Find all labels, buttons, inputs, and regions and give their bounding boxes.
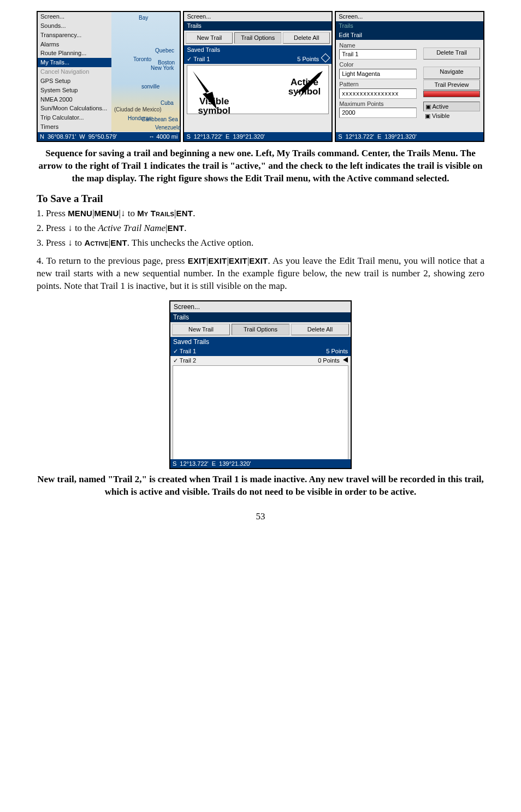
map-label: New York — [151, 64, 174, 72]
status-lon: 139°21.320' — [384, 133, 417, 141]
visible-checkbox[interactable]: ▣ Visible — [423, 111, 480, 121]
tabs-row: New Trail Trail Options Delete All — [170, 322, 351, 337]
trail-row[interactable]: ✓ Trail 20 Points — [170, 356, 351, 365]
status-lat: 12°13.722' — [194, 133, 222, 141]
status-bar: N 36°08.971' W 95°50.579' ↔ 4000 mi — [38, 132, 180, 141]
panel-center-trails: Screen... Trails New Trail Trail Options… — [183, 11, 333, 142]
preview-swatch — [423, 91, 480, 97]
trail-row[interactable]: ✓ Trail 15 Points — [170, 347, 351, 356]
trail-name: Trail 1 — [180, 348, 196, 354]
status-lat: 12°13.722' — [346, 133, 374, 141]
new-trail-button[interactable]: New Trail — [172, 324, 230, 335]
title-bar: Trails — [336, 21, 483, 31]
menu-item[interactable]: Cancel Navigation — [38, 67, 111, 76]
map-label: Caribbean Sea — [141, 116, 178, 123]
status-zoom: ↔ 4000 mi — [149, 133, 177, 141]
trail-preview-button[interactable]: Trail Preview — [423, 80, 480, 90]
new-trail-button[interactable]: New Trail — [186, 32, 233, 44]
menu-item[interactable]: Alarms — [38, 40, 111, 49]
color-select[interactable]: Light Magenta — [339, 69, 417, 79]
status-s: S — [338, 133, 342, 141]
trail-rows: ✓ Trail 15 Points✓ Trail 20 Points — [170, 347, 351, 365]
visible-check-icon: ✓ — [173, 348, 178, 354]
figure-2-wrap: Screen... Trails New Trail Trail Options… — [37, 300, 484, 469]
active-checkbox-label: Active — [432, 103, 448, 110]
delete-trail-button[interactable]: Delete Trail — [423, 48, 480, 60]
caption-2: New trail, named "Trail 2," is created w… — [37, 473, 484, 499]
status-lon: 139°21.320' — [233, 133, 265, 141]
visible-checkbox-label: Visible — [432, 112, 449, 119]
trail-points: 0 Points — [318, 357, 340, 364]
map-label: (Ciudad de Mexico) — [114, 106, 162, 114]
status-lon: 139°21.320' — [219, 460, 251, 468]
status-n: N — [40, 133, 44, 141]
trail-row[interactable]: ✓ Trail 1 5 Points — [184, 54, 331, 64]
status-lon: 95°50.579' — [88, 133, 117, 141]
visible-check-icon: ✓ — [187, 56, 192, 62]
menu-item[interactable]: Screen... — [38, 12, 111, 21]
menu-item[interactable]: System Setup — [38, 86, 111, 95]
step-1: 1. Press MENU|MENU|↓ to My Trails|ENT. — [37, 208, 484, 220]
name-field[interactable]: Trail 1 — [339, 49, 417, 60]
page-number: 53 — [37, 511, 484, 523]
menu-item[interactable]: Transparency... — [38, 31, 111, 40]
menu-item[interactable]: NMEA 2000 — [38, 95, 111, 104]
pattern-field[interactable]: xxxxxxxxxxxxxxxx — [339, 88, 417, 99]
edit-trail-header: Edit Trail — [336, 31, 483, 40]
saved-trails-header: Saved Trails — [184, 45, 331, 55]
active-diamond-icon — [321, 54, 330, 63]
map-label: Quebec — [155, 47, 174, 55]
delete-all-button[interactable]: Delete All — [291, 324, 349, 335]
panel-right-edit-trail: Screen... Trails Edit Trail Name Trail 1… — [335, 11, 484, 142]
status-bar: S 12°13.722' E 139°21.320' — [336, 132, 483, 141]
active-checkbox[interactable]: ▣ Active — [423, 102, 480, 112]
paragraph-4: 4. To return to the previous page, press… — [37, 255, 484, 293]
active-arrow-icon — [343, 357, 348, 363]
status-s: S — [173, 460, 176, 468]
trail-name: Trail 1 — [193, 56, 210, 62]
section-heading: To Save a Trail — [37, 192, 484, 206]
active-callout: Active symbol — [288, 78, 321, 96]
max-points-label: Maximum Points — [336, 99, 420, 108]
menu-item[interactable]: Timers — [38, 122, 111, 132]
figure-1-row: Screen...Sounds...Transparency...AlarmsR… — [37, 11, 484, 142]
title-bar: Trails — [184, 21, 331, 31]
color-label: Color — [336, 60, 420, 69]
menu-item[interactable]: Sounds... — [38, 21, 111, 31]
screen-header: Screen... — [170, 301, 351, 312]
status-e: E — [212, 460, 216, 468]
trail-points: 5 Points — [297, 56, 319, 62]
menu-item[interactable]: Route Planning... — [38, 49, 111, 58]
menu-item[interactable]: Sun/Moon Calculations... — [38, 104, 111, 113]
tabs-row: New Trail Trail Options Delete All — [184, 31, 331, 45]
visible-callout: Visible symbol — [198, 97, 230, 115]
panel-trails-2: Screen... Trails New Trail Trail Options… — [169, 300, 352, 469]
max-points-field[interactable]: 2000 — [339, 108, 417, 118]
status-bar: S 12°13.722' E 139°21.320' — [184, 132, 331, 141]
status-lat: 36°08.971' — [48, 133, 76, 141]
menu-item[interactable]: My Trails... — [38, 58, 111, 67]
screen-header: Screen... — [336, 12, 483, 21]
status-w: W — [79, 133, 85, 141]
menu-item[interactable]: GPS Setup — [38, 76, 111, 86]
trail-points: 5 Points — [326, 348, 348, 354]
name-label: Name — [336, 41, 420, 50]
menu-item[interactable]: Trip Calculator... — [38, 113, 111, 122]
map-label: Venezuela — [155, 124, 181, 132]
trail-name: Trail 2 — [180, 357, 196, 364]
visible-check-icon: ✓ — [173, 357, 178, 364]
panel-left: Screen...Sounds...Transparency...AlarmsR… — [37, 11, 181, 142]
status-lat: 12°13.722' — [180, 460, 208, 468]
trail-options-button[interactable]: Trail Options — [232, 324, 289, 335]
trail-options-button[interactable]: Trail Options — [234, 32, 281, 44]
delete-all-button[interactable]: Delete All — [283, 32, 330, 44]
map-background: Bay Quebec Toronto Boston New York sonvi… — [111, 12, 180, 132]
navigate-button[interactable]: Navigate — [423, 67, 480, 79]
main-menu-list: Screen...Sounds...Transparency...AlarmsR… — [38, 12, 113, 141]
pattern-label: Pattern — [336, 80, 420, 88]
title-bar: Trails — [170, 312, 351, 322]
status-e: E — [226, 133, 229, 141]
step-3: 3. Press ↓ to Active|ENT. This unchecks … — [37, 237, 484, 250]
status-s: S — [186, 133, 190, 141]
map-label: Cuba — [161, 99, 174, 107]
